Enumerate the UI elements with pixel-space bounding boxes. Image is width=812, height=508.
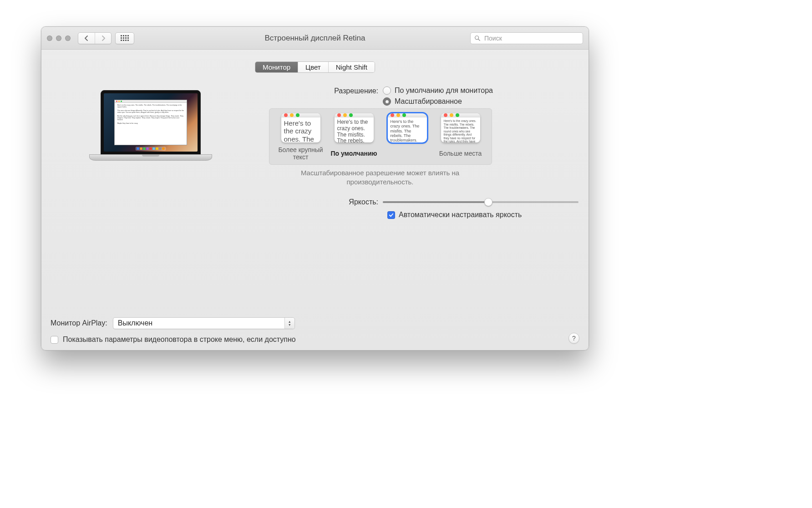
auto-brightness-checkbox[interactable]: Автоматически настраивать яркость <box>387 211 579 219</box>
select-stepper-icon: ▲▼ <box>284 318 294 329</box>
sample-text: Here's to the crazy ones. The misfits. T… <box>281 117 320 142</box>
tab-color[interactable]: Цвет <box>298 62 328 72</box>
checkbox-label: Автоматически настраивать яркость <box>399 211 522 219</box>
minimize-window-button[interactable] <box>56 36 61 41</box>
sample-text: Here's to the crazy ones. The misfits. T… <box>335 117 374 142</box>
scale-option-caption <box>406 146 408 161</box>
back-button[interactable] <box>78 33 95 44</box>
radio-icon <box>383 97 391 106</box>
svg-line-1 <box>478 39 480 41</box>
performance-note: Масштабированное разрешение может влиять… <box>275 168 485 186</box>
zoom-window-button[interactable] <box>65 36 71 41</box>
search-icon <box>474 35 481 41</box>
brightness-slider[interactable] <box>383 201 579 203</box>
tab-display[interactable]: Монитор <box>255 62 298 72</box>
airplay-value: Выключен <box>113 319 284 327</box>
resolution-scaled-radio[interactable]: Масштабированное <box>383 97 493 106</box>
chevron-right-icon <box>101 36 106 41</box>
scale-option-caption: Больше места <box>439 146 482 161</box>
titlebar: Встроенный дисплей Retina <box>41 27 589 50</box>
settings-column: Разрешение: По умолчанию для монитора Ма… <box>251 86 579 219</box>
sample-window-icon: Here's to the crazy ones. The misfits. T… <box>114 100 188 145</box>
radio-label: По умолчанию для монитора <box>395 86 493 95</box>
window-controls <box>47 36 71 41</box>
preferences-window: Встроенный дисплей Retina Монитор Цвет N… <box>41 26 589 351</box>
laptop-icon: Here's to the crazy ones. The misfits. T… <box>89 90 212 161</box>
brightness-label: Яркость: <box>251 198 383 206</box>
checkbox-unchecked-icon <box>51 336 58 344</box>
airplay-select[interactable]: Выключен ▲▼ <box>113 317 295 329</box>
radio-icon <box>383 86 391 95</box>
checkbox-checked-icon <box>387 211 395 219</box>
resolution-default-radio[interactable]: По умолчанию для монитора <box>383 86 493 95</box>
grid-icon <box>121 35 129 41</box>
tab-nightshift[interactable]: Night Shift <box>328 62 375 72</box>
help-button[interactable]: ? <box>568 333 579 344</box>
forward-button[interactable] <box>95 33 111 44</box>
slider-fill <box>383 201 488 203</box>
scale-option-more-space[interactable]: Here's to the crazy ones. The misfits. T… <box>441 113 480 142</box>
mirror-checkbox[interactable]: Показывать параметры видеоповтора в стро… <box>51 335 579 344</box>
search-field[interactable] <box>470 32 583 44</box>
search-input[interactable] <box>483 34 579 42</box>
slider-knob[interactable] <box>484 198 492 206</box>
chevron-left-icon <box>84 36 89 41</box>
checkbox-label: Показывать параметры видеоповтора в стро… <box>63 335 296 344</box>
display-preview: Here's to the crazy ones. The misfits. T… <box>51 86 251 161</box>
scale-option-2[interactable]: Here's to the crazy ones. The misfits. T… <box>335 113 374 142</box>
sample-text: Here's to the crazy ones. The misfits. T… <box>388 117 427 142</box>
sample-text: Here's to the crazy ones. The misfits. T… <box>441 117 480 142</box>
nav-back-forward <box>78 32 112 44</box>
close-window-button[interactable] <box>47 36 52 41</box>
show-all-button[interactable] <box>115 32 134 44</box>
airplay-label: Монитор AirPlay: <box>51 319 107 327</box>
scale-option-3-selected[interactable]: Here's to the crazy ones. The misfits. T… <box>388 113 427 142</box>
resolution-label: Разрешение: <box>251 86 383 95</box>
scale-option-caption: По умолчанию <box>331 146 377 161</box>
scale-option-caption: Более крупный текст <box>276 146 326 161</box>
pane-body: Монитор Цвет Night Shift Here's to the c… <box>41 50 589 227</box>
scale-option-larger-text[interactable]: Here's to the crazy ones. The misfits. T… <box>281 113 320 142</box>
radio-label: Масштабированное <box>395 97 462 106</box>
scaled-options-well: Here's to the crazy ones. The misfits. T… <box>269 108 492 165</box>
bottom-controls: Монитор AirPlay: Выключен ▲▼ Показывать … <box>51 317 579 344</box>
tab-bar: Монитор Цвет Night Shift <box>255 61 375 73</box>
